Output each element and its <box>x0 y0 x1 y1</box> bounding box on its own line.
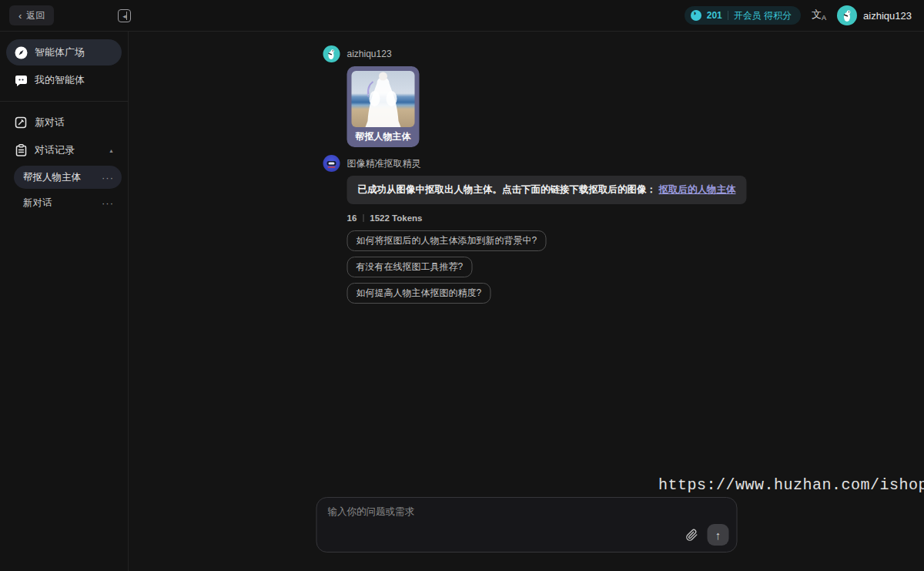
sidebar-item-my-agents[interactable]: 我的智能体 <box>6 67 122 93</box>
extracted-subject-link[interactable]: 抠取后的人物主体 <box>658 184 735 195</box>
sidebar-item-label: 智能体广场 <box>35 45 85 59</box>
sidebar-divider <box>0 101 128 102</box>
sidebar-item-label: 新对话 <box>35 116 65 129</box>
attachment-icon[interactable] <box>686 529 698 542</box>
more-options-icon[interactable]: ··· <box>102 197 114 209</box>
sidebar-item-new-chat[interactable]: 新对话 <box>6 109 122 136</box>
user-message: aizhiqu123 <box>316 45 738 147</box>
compass-icon <box>14 45 28 59</box>
sidebar-item-agent-plaza[interactable]: 智能体广场 <box>6 39 122 65</box>
top-bar: ‹ 返回 ◂ 201 开会员 得积分 文A <box>0 0 924 32</box>
translate-icon[interactable]: 文A <box>812 9 826 22</box>
message-count: 16 <box>347 213 357 223</box>
watermark-url: https://www.huzhan.com/ishop54043 <box>658 476 924 494</box>
header-right-cluster: 201 开会员 得积分 文A aizhiqu123 <box>685 5 924 25</box>
conversation-label: 帮抠人物主体 <box>23 171 81 184</box>
chat-bot-icon <box>14 73 28 87</box>
token-count: 1522 Tokens <box>370 213 422 223</box>
user-avatar <box>837 5 857 25</box>
back-button-label: 返回 <box>26 9 45 22</box>
username-label: aizhiqu123 <box>863 10 912 22</box>
bot-message: 图像精准抠取精灵 已成功从图像中抠取出人物主体。点击下面的链接下载抠取后的图像：… <box>316 155 738 304</box>
uploaded-photo <box>352 71 415 127</box>
sidebar-item-label: 我的智能体 <box>35 73 85 87</box>
sidebar: 智能体广场 我的智能体 新对话 <box>0 32 129 571</box>
clipboard-icon <box>14 143 28 157</box>
user-avatar <box>323 45 340 62</box>
chevron-left-icon: ‹ <box>18 11 22 21</box>
more-options-icon[interactable]: ··· <box>102 172 114 183</box>
conversation-item[interactable]: 新对话 ··· <box>14 191 122 214</box>
suggestion-button[interactable]: 有没有在线抠图工具推荐? <box>347 257 473 277</box>
stats-divider <box>363 214 363 222</box>
suggestion-button[interactable]: 如何将抠图后的人物主体添加到新的背景中? <box>347 230 547 251</box>
uploaded-image-card[interactable]: 帮抠人物主体 <box>347 66 420 147</box>
conversation-label: 新对话 <box>23 196 52 210</box>
membership-link[interactable]: 开会员 得积分 <box>734 9 792 22</box>
send-button[interactable]: ↑ <box>708 524 729 546</box>
back-button[interactable]: ‹ 返回 <box>9 5 54 25</box>
compose-icon <box>14 116 28 129</box>
message-sender-name: 图像精准抠取精灵 <box>347 157 421 170</box>
bot-message-text: 已成功从图像中抠取出人物主体。点击下面的链接下载抠取后的图像： <box>358 184 657 195</box>
message-sender-name: aizhiqu123 <box>347 49 392 59</box>
sidebar-item-chat-history[interactable]: 对话记录 ▲ <box>6 137 122 163</box>
points-membership-pill[interactable]: 201 开会员 得积分 <box>685 6 801 25</box>
sidebar-collapse-icon[interactable]: ◂ <box>118 9 131 22</box>
message-input[interactable] <box>328 506 726 526</box>
composer-actions: ↑ <box>686 524 729 546</box>
suggestion-list: 如何将抠图后的人物主体添加到新的背景中? 有没有在线抠图工具推荐? 如何提高人物… <box>347 230 738 304</box>
pill-divider <box>728 11 728 20</box>
chevron-up-icon[interactable]: ▲ <box>109 148 114 153</box>
conversation-item-selected[interactable]: 帮抠人物主体 ··· <box>14 166 122 189</box>
app-window: ‹ 返回 ◂ 201 开会员 得积分 文A <box>0 0 924 571</box>
image-caption: 帮抠人物主体 <box>352 130 415 143</box>
points-count: 201 <box>707 10 722 21</box>
user-account-chip[interactable]: aizhiqu123 <box>837 5 912 25</box>
suggestion-button[interactable]: 如何提高人物主体抠图的精度? <box>347 283 491 304</box>
coin-icon <box>691 10 701 21</box>
bot-avatar <box>323 155 340 172</box>
message-composer: ↑ <box>316 497 738 553</box>
sidebar-item-label: 对话记录 <box>35 143 75 157</box>
token-stats-row: 16 1522 Tokens <box>347 213 738 223</box>
bot-message-bubble: 已成功从图像中抠取出人物主体。点击下面的链接下载抠取后的图像： 抠取后的人物主体 <box>347 176 747 204</box>
